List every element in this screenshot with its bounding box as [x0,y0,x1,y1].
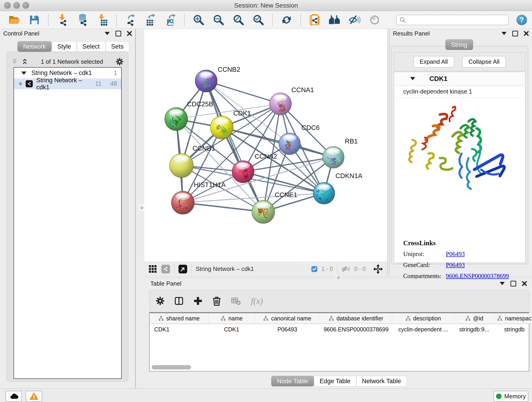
table-cell[interactable]: CDK1 [209,324,255,335]
table-settings-gear-icon[interactable] [156,297,165,305]
crosslink-value-link[interactable]: P06493 [446,250,465,258]
delete-column-trash-icon[interactable] [212,296,221,306]
export-network-icon[interactable] [124,14,137,26]
tree-column-icon [158,316,164,321]
column-header[interactable]: shared name [150,313,209,324]
collapse-all-chevrons-icon[interactable] [11,58,18,65]
network-node-cdk1[interactable]: CDK1 [210,109,251,140]
toolbar-search [396,15,509,25]
tree-column-icon [465,316,470,321]
show-columns-icon[interactable] [174,296,184,306]
column-header[interactable]: database identifier [320,313,392,324]
zoom-out-icon[interactable] [212,14,225,26]
network-edge[interactable] [206,81,280,104]
panel-close-icon[interactable] [127,31,132,36]
panel-menu-icon[interactable] [105,32,110,35]
tab-select[interactable]: Select [77,41,105,52]
network-node-ccne1[interactable]: CCNE1 [252,191,297,224]
network-node-ccnb2[interactable]: CCNB2 [195,66,240,93]
network-node-cdkn1a[interactable]: CDKN1A [313,172,362,207]
crosslink-value-link[interactable]: P06493 [446,262,465,269]
panel-float-icon[interactable] [115,31,121,36]
tab-sets[interactable]: Sets [105,41,129,52]
column-header[interactable]: @id [454,313,494,324]
expand-all-chevrons-icon[interactable] [21,58,28,65]
network-node-cdc25b[interactable]: CDC25B [165,100,213,131]
hidden-eye-slash-icon[interactable] [341,266,350,273]
tab-string[interactable]: String [445,39,473,50]
table-cell[interactable]: stringdb:9... [454,324,494,335]
column-header[interactable]: canonical name [255,313,320,324]
table-cell[interactable]: 9606.ENSP00000378699 [320,324,392,335]
panel-float-icon[interactable] [510,281,516,287]
import-database-icon[interactable] [76,14,89,26]
open-session-icon[interactable] [8,14,21,26]
selected-counts: 1 - 0 [322,266,333,272]
show-hide-graphics-icon[interactable] [348,14,361,26]
function-builder-icon[interactable]: f(x) [251,296,263,306]
network-canvas[interactable]: CCNB2CCNA1CDC25BCDK1CDC6RB1CCNB1CCNA2CDK… [144,29,387,262]
tab-network-table[interactable]: Network Table [356,376,407,386]
add-column-plus-icon[interactable] [193,296,203,306]
zoom-fit-icon[interactable] [232,14,245,26]
network-edge[interactable] [183,203,263,212]
scrollbar-thumb[interactable] [152,365,191,370]
memory-button[interactable]: Memory [494,391,528,402]
search-input[interactable] [408,16,506,23]
table-cell[interactable]: cyclin-dependent ... [392,324,454,335]
export-table-icon[interactable] [144,14,157,26]
export-image-icon[interactable] [164,14,177,26]
network-status-dot [19,82,22,85]
import-network-icon[interactable] [56,14,69,26]
crosslink-value-link[interactable]: 9606.ENSP00000378699 [446,273,509,280]
tab-edge-table[interactable]: Edge Table [314,376,356,386]
string-network-graph[interactable]: CCNB2CCNA1CDC25BCDK1CDC6RB1CCNB1CCNA2CDK… [144,29,387,262]
panel-close-icon[interactable] [524,31,529,36]
preview-eye-icon[interactable] [368,14,381,26]
zoom-selected-icon[interactable] [252,14,265,26]
splitter-handle-left[interactable] [138,204,145,211]
refresh-view-icon[interactable] [280,14,293,26]
network-node-ccna1[interactable]: CCNA1 [269,86,314,115]
table-cell[interactable]: P06493 [255,324,320,335]
panel-menu-icon[interactable] [500,282,505,285]
node-table[interactable]: shared namenamecanonical namedatabase id… [150,313,532,335]
string-view-icon[interactable] [161,265,170,274]
birds-eye-view-icon[interactable] [178,265,187,274]
column-header[interactable]: name [209,313,255,324]
tab-node-table[interactable]: Node Table [271,376,314,386]
delete-table-icon[interactable] [231,297,241,305]
collection-expander-icon[interactable] [21,71,26,75]
panel-menu-icon[interactable] [501,32,507,35]
collapse-all-button[interactable]: Collapse All [462,56,506,68]
cloud-button[interactable] [6,391,22,402]
network-node-hist1h1a[interactable]: HIST1H1A [171,181,226,216]
save-session-icon[interactable] [28,14,41,26]
share-document-icon[interactable] [309,14,321,26]
table-cell[interactable]: CDK1 [150,324,209,335]
gear-icon[interactable] [116,58,123,65]
fit-selected-crosshair-icon[interactable] [373,264,383,274]
gene-card-header[interactable]: CDK1 [394,72,525,85]
table-row[interactable]: CDK1CDK1P064939606.ENSP00000378699cyclin… [150,324,532,335]
column-header[interactable]: namespac [494,313,532,324]
zoom-in-icon[interactable] [192,14,205,26]
table-horizontal-scrollbar[interactable] [150,364,528,370]
grid-view-icon[interactable] [148,265,157,274]
expand-all-button[interactable]: Expand All [413,56,454,68]
table-cell[interactable]: stringdb [494,324,532,335]
column-header[interactable]: description [392,313,454,324]
string-home-icon[interactable] [329,14,341,26]
warning-button[interactable] [26,391,42,402]
selected-checkbox-icon[interactable] [311,266,317,272]
network-row-selected[interactable]: String Network – cdk1 11 48 [14,78,121,89]
panel-close-icon[interactable] [522,281,527,286]
tab-network[interactable]: Network [17,41,51,52]
gene-collapse-icon[interactable] [410,77,415,80]
help-icon[interactable]: ? [516,15,527,25]
tab-style[interactable]: Style [51,41,77,52]
import-table-icon[interactable] [96,14,109,26]
panel-float-icon[interactable] [512,31,518,36]
network-node-ccnb1[interactable]: CCNB1 [170,145,215,178]
network-node-rb1[interactable]: RB1 [323,138,358,169]
